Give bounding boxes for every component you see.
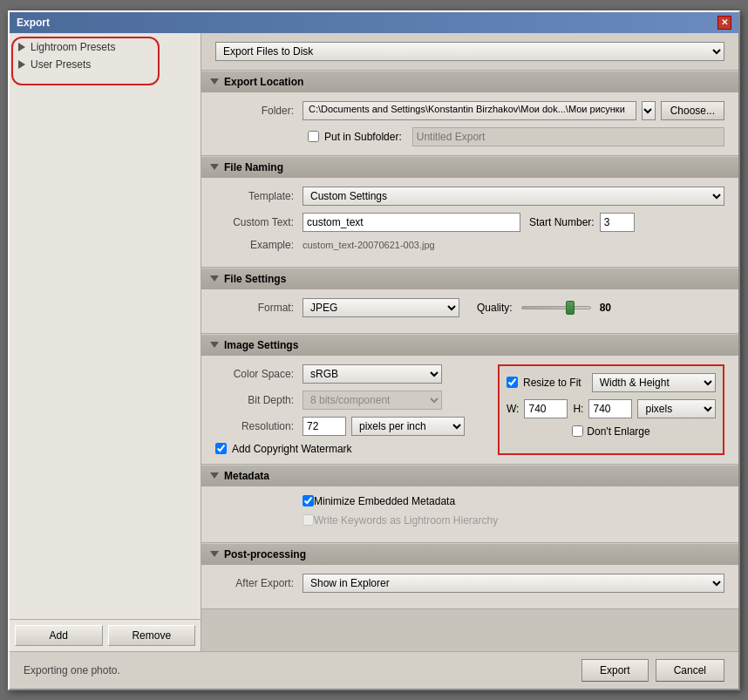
keywords-checkbox[interactable] [303,514,314,526]
section-export-location: Export Location Folder: C:\Documents and… [201,71,738,156]
section-header-metadata[interactable]: Metadata [201,465,738,486]
export-destination-select[interactable]: Export Files to Disk Export to Email Exp… [215,42,724,61]
after-export-select[interactable]: Show in Explorer Do Nothing Open in Ligh… [303,574,724,593]
minimize-metadata-label: Minimize Embedded Metadata [314,495,455,507]
section-metadata: Metadata Minimize Embedded Metadata Writ… [201,465,738,543]
main-panel: Export Files to Disk Export to Email Exp… [201,33,738,651]
sidebar-item-lightroom-presets[interactable]: Lightroom Presets [13,38,197,56]
collapse-icon [18,60,25,69]
section-body-export-location: Folder: C:\Documents and Settings\Konsta… [201,92,738,155]
folder-label: Folder: [215,105,303,117]
image-settings-left: Color Space: sRGB AdobeRGB ProPhoto RGB … [215,364,484,455]
resize-panel: Resize to Fit Width & Height Dimensions … [498,364,724,455]
remove-button[interactable]: Remove [108,625,196,646]
section-body-file-naming: Template: Custom Settings Filename Date … [201,178,738,267]
sections-scroll: Export Location Folder: C:\Documents and… [201,71,738,651]
copyright-checkbox[interactable] [215,443,227,454]
custom-text-input[interactable] [303,213,520,232]
copyright-row: Add Copyright Watermark [215,443,484,455]
minimize-metadata-row: Minimize Embedded Metadata [215,495,724,507]
template-label: Template: [215,190,303,202]
w-label: W: [507,403,519,415]
custom-text-label: Custom Text: [215,216,303,228]
cancel-button[interactable]: Cancel [656,659,724,682]
section-title: Post-processing [224,548,306,561]
example-value: custom_text-20070621-003.jpg [303,240,435,250]
section-header-file-naming[interactable]: File Naming [201,156,738,178]
choose-button[interactable]: Choose... [661,101,724,120]
subfolder-checkbox[interactable] [308,131,319,142]
section-body-metadata: Minimize Embedded Metadata Write Keyword… [201,486,738,542]
section-file-settings: File Settings Format: JPEG PNG TIFF DNG [201,268,738,334]
folder-dropdown[interactable]: ▼ [642,101,656,120]
subfolder-input[interactable] [412,127,724,146]
dont-enlarge-row: Don't Enlarge [507,425,716,438]
section-header-image-settings[interactable]: Image Settings [201,334,738,356]
start-number-label: Start Number: [529,216,595,228]
after-export-label: After Export: [215,577,303,589]
export-header: Export Files to Disk Export to Email Exp… [201,33,738,71]
resize-checkbox[interactable] [507,377,518,388]
section-body-image-settings: Color Space: sRGB AdobeRGB ProPhoto RGB … [201,356,738,464]
pixel-unit-select[interactable]: pixels inches cm [637,399,716,418]
start-number-input[interactable] [600,213,635,232]
example-row: Example: custom_text-20070621-003.jpg [215,239,724,251]
resize-type-select[interactable]: Width & Height Dimensions Long Edge Shor… [592,373,716,392]
sidebar-item-label: User Presets [31,58,91,71]
sidebar: Lightroom Presets User Presets Add Remov… [10,33,201,651]
sidebar-scroll: Lightroom Presets User Presets [10,33,201,619]
quality-slider[interactable] [521,298,591,317]
color-space-row: Color Space: sRGB AdobeRGB ProPhoto RGB [215,364,484,384]
custom-text-row: Custom Text: Start Number: [215,213,724,232]
export-button[interactable]: Export [581,659,649,682]
section-collapse-icon [210,551,219,557]
close-button[interactable]: ✕ [717,16,731,30]
section-title: File Settings [224,273,286,285]
status-text: Exporting one photo. [24,664,120,676]
section-collapse-icon [210,275,219,282]
resolution-unit-select[interactable]: pixels per inch pixels per cm [351,417,465,436]
dialog-title: Export [17,17,50,29]
format-select[interactable]: JPEG PNG TIFF DNG [303,298,459,317]
section-header-file-settings[interactable]: File Settings [201,268,738,289]
subfolder-label: Put in Subfolder: [324,131,402,143]
add-button[interactable]: Add [15,625,103,646]
section-body-post-processing: After Export: Show in Explorer Do Nothin… [201,565,738,608]
section-title: Image Settings [224,339,298,351]
section-post-processing: Post-processing After Export: Show in Ex… [201,543,738,609]
wh-row: W: H: pixels inches cm [507,399,716,418]
bit-depth-label: Bit Depth: [215,394,303,406]
resolution-label: Resolution: [215,420,303,432]
section-collapse-icon [210,342,219,348]
color-space-select[interactable]: sRGB AdobeRGB ProPhoto RGB [303,364,442,384]
example-label: Example: [215,239,303,251]
keywords-row: Write Keywords as Lightroom Hierarchy [215,514,724,527]
keywords-label: Write Keywords as Lightroom Hierarchy [314,514,498,527]
action-buttons: Export Cancel [581,659,724,682]
height-input[interactable] [588,399,632,418]
minimize-metadata-checkbox[interactable] [303,495,314,506]
section-title: Export Location [224,76,303,88]
color-space-label: Color Space: [215,368,303,380]
section-header-export-location[interactable]: Export Location [201,71,738,92]
dont-enlarge-checkbox[interactable] [572,425,583,437]
export-dialog: Export ✕ Lightroom Presets User Presets … [8,10,740,690]
resolution-input[interactable] [303,417,346,436]
resize-label: Resize to Fit [523,377,581,389]
template-select[interactable]: Custom Settings Filename Date - Filename [303,187,724,206]
section-file-naming: File Naming Template: Custom Settings Fi… [201,156,738,268]
after-export-row: After Export: Show in Explorer Do Nothin… [215,574,724,593]
width-input[interactable] [524,399,568,418]
quality-value: 80 [600,302,611,314]
bit-depth-select[interactable]: 8 bits/component 16 bits/component [303,391,442,410]
copyright-label: Add Copyright Watermark [232,443,352,455]
sidebar-item-user-presets[interactable]: User Presets [13,56,197,73]
resolution-row: Resolution: pixels per inch pixels per c… [215,417,484,436]
section-header-post-processing[interactable]: Post-processing [201,543,738,565]
quality-row: Quality: 80 [477,298,611,317]
slider-thumb[interactable] [566,301,575,315]
quality-label: Quality: [477,302,513,314]
section-title: Metadata [224,470,269,482]
dont-enlarge-label: Don't Enlarge [587,425,649,438]
section-image-settings: Image Settings Color Space: sRGB AdobeRG… [201,334,738,465]
